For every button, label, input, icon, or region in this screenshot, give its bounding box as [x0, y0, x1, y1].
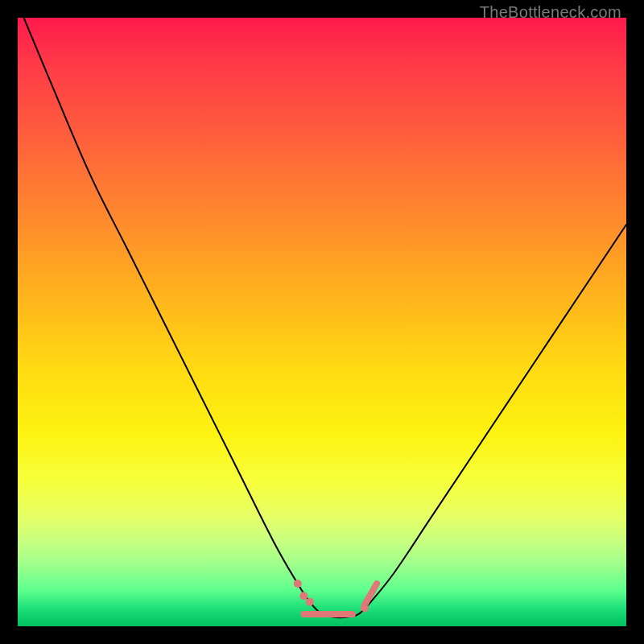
- marker-dot: [299, 592, 308, 600]
- marker-dot: [306, 598, 314, 606]
- marker-layer: [294, 580, 377, 614]
- plot-area: [18, 18, 626, 626]
- marker-dot: [294, 580, 302, 588]
- curve-svg: [18, 18, 626, 626]
- bottleneck-curve: [24, 18, 626, 617]
- chart-frame: TheBottleneck.com: [0, 0, 644, 644]
